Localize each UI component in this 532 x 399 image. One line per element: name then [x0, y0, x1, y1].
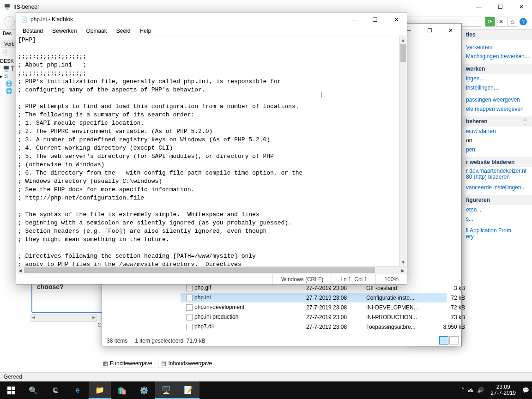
tray-notifications-icon[interactable]: 💬	[522, 387, 529, 393]
status-item-count: 38 items	[107, 338, 127, 344]
notepad-window: 📄 php.ini - Kladblok — ☐ ✕ Bestand Bewer…	[16, 12, 407, 284]
task-view-icon[interactable]: ⧉	[44, 381, 66, 399]
notepad-icon: 📄	[21, 16, 28, 23]
notepad-minimize-button[interactable]: —	[343, 12, 364, 26]
iis-view-tabs: ▦Functieweergave ▤Inhoudsweergave	[100, 358, 215, 369]
tree-desktop[interactable]: DESK	[0, 58, 14, 64]
store-icon[interactable]: 🛍️	[111, 381, 133, 399]
document-icon[interactable]: 📄	[1, 49, 8, 55]
menu-format[interactable]: Opmaak	[82, 27, 110, 35]
notepad-maximize-button[interactable]: ☐	[364, 12, 386, 26]
search-icon[interactable]: 🔍	[22, 381, 44, 399]
chevron-up-icon[interactable]: ˄	[522, 118, 528, 125]
explorer-statusbar: 38 items 1 item geselecteerd 71,9 kB	[102, 335, 461, 346]
list-icon: ▤	[161, 360, 166, 367]
tree-node-1[interactable]: 🖥️ T	[3, 66, 14, 72]
actions-manage-header: beheren˄	[463, 116, 532, 127]
iis-title: IIS-beheer	[13, 4, 39, 10]
iis-actions-pane: ties Verkennen Machtigingen bewerken... …	[463, 30, 532, 372]
nav-back-icon[interactable]: ←	[4, 16, 15, 27]
refresh-icon[interactable]: ⟳	[485, 17, 495, 27]
scroll-right-icon[interactable]: ▶	[399, 266, 407, 274]
iis-statusbar: Gereed	[0, 372, 532, 381]
file-icon	[186, 314, 193, 320]
notepad-text[interactable]: [PHP] ;;;;;;;;;;;;;;;;;;; ; About php.in…	[16, 36, 407, 266]
actions-browse-header: r website bladeren	[463, 157, 532, 167]
file-icon	[186, 304, 193, 311]
actions-header: ties	[463, 30, 532, 40]
home-icon[interactable]: ⌂	[507, 17, 517, 27]
iis-close-button[interactable]: ✕	[511, 0, 532, 14]
iis-maximize-button[interactable]: ☐	[490, 0, 511, 14]
taskbar: 🔍 ⧉ e 📁 🛍️ ⚙️ 🖥️ 📝 ˄ 🖧 🔊 23:0927-7-2019 …	[0, 381, 532, 399]
menu-help[interactable]: Help	[136, 27, 155, 35]
tray-chevron-icon[interactable]: ˄	[461, 387, 464, 393]
action-bindings[interactable]: ingen...	[463, 74, 532, 83]
notepad-menubar: Bestand Bewerken Opmaak Beeld Help	[16, 26, 407, 36]
tree-hscrollbar[interactable]	[30, 314, 97, 322]
hscroll-thumb[interactable]	[24, 267, 375, 273]
iis-file-menu[interactable]: Bes	[3, 30, 12, 36]
action-browse-site[interactable]: r dev.maartendekeizer.nl80 (http) blader…	[463, 167, 532, 181]
edge-icon[interactable]: e	[66, 381, 89, 399]
explorer-maximize[interactable]: ☐	[419, 24, 440, 37]
notepad-title: php.ini - Kladblok	[30, 16, 73, 23]
action-start[interactable]: on	[463, 136, 532, 145]
scroll-up-icon[interactable]: ▲	[399, 36, 407, 44]
tab-content-view[interactable]: ▤Inhoudsweergave	[158, 359, 215, 368]
start-button[interactable]	[0, 381, 22, 399]
notepad-content-area[interactable]: [PHP] ;;;;;;;;;;;;;;;;;;; ; About php.in…	[16, 36, 407, 266]
action-advanced[interactable]: vanceerde instellingen...	[463, 183, 532, 192]
file-icon	[186, 324, 193, 330]
action-permissions[interactable]: Machtigingen bewerken...	[463, 52, 532, 61]
notepad-taskbar-icon[interactable]: 📝	[177, 381, 200, 399]
tree-expand-icon[interactable]: ▸ S	[0, 73, 8, 79]
action-stop[interactable]: pen	[463, 145, 532, 154]
settings-icon[interactable]: ⚙️	[133, 381, 155, 399]
status-position: Ln 1, Col 1	[332, 274, 375, 284]
status-encoding: Windows (CRLF)	[272, 274, 332, 284]
help-icon[interactable]: ?	[518, 17, 528, 27]
table-row[interactable]: php.ini-production27-7-2019 23:08INI-PRO…	[181, 312, 447, 322]
status-selected: 1 item geselecteerd 71,9 kB	[135, 338, 205, 344]
stop-icon[interactable]: ✕	[496, 17, 506, 27]
taskbar-clock[interactable]: 23:0927-7-2019	[488, 384, 519, 396]
table-row[interactable]: php7.dll27-7-2019 23:08Toepassingsuitbre…	[181, 322, 447, 332]
tab-features-view[interactable]: ▦Functieweergave	[100, 359, 155, 368]
action-view-apps[interactable]: passingen weergeven	[463, 95, 532, 104]
text-cursor	[321, 91, 321, 98]
action-explore[interactable]: Verkennen	[463, 42, 532, 52]
explorer-file-list: php.gif27-7-2019 23:08GIF-bestand3 kBphp…	[181, 283, 447, 332]
scroll-down-icon[interactable]: ▼	[399, 258, 407, 266]
notepad-vscrollbar[interactable]: ▲ ▼	[399, 36, 407, 266]
scroll-left-icon[interactable]: ◀	[16, 266, 24, 274]
tray-volume-icon[interactable]: 🔊	[477, 387, 484, 393]
tree-globe-2[interactable]: 🌐	[6, 88, 12, 94]
notepad-hscrollbar[interactable]: ◀ ▶	[16, 266, 407, 274]
tree-globe-1[interactable]: 🌐	[6, 80, 12, 87]
grid-icon: ▦	[103, 360, 108, 367]
table-row[interactable]: php.ini-development27-7-2019 23:08INI-DE…	[181, 302, 447, 312]
action-settings[interactable]: instellingen...	[463, 83, 532, 92]
view-details-icon[interactable]	[439, 336, 448, 345]
view-thumbnails-icon[interactable]	[449, 336, 459, 345]
action-install-app[interactable]: ll Application Fromery	[463, 226, 532, 241]
menu-edit[interactable]: Bewerken	[48, 27, 80, 35]
explorer-close[interactable]: ✕	[440, 24, 461, 37]
action-restart[interactable]: ieuw starten	[463, 127, 532, 136]
menu-view[interactable]: Beeld	[113, 27, 134, 35]
explorer-icon[interactable]: 📁	[89, 381, 111, 399]
notepad-titlebar: 📄 php.ini - Kladblok — ☐ ✕	[16, 12, 407, 26]
iis-minimize-button[interactable]: —	[468, 0, 490, 14]
table-row[interactable]: php.ini27-7-2019 23:08Configuratie-inste…	[181, 293, 447, 302]
action-limits[interactable]: eten...	[463, 205, 532, 214]
action-hsts[interactable]: s...	[463, 214, 532, 224]
notepad-statusbar: Windows (CRLF) Ln 1, Col 1 100%	[16, 274, 407, 284]
tray-network-icon[interactable]: 🖧	[468, 387, 473, 393]
vscroll-thumb[interactable]	[400, 44, 406, 62]
notepad-close-button[interactable]: ✕	[386, 12, 407, 26]
iis-taskbar-icon[interactable]: 🖥️	[155, 381, 177, 399]
action-view-dirs[interactable]: ele mappen weergeven	[463, 104, 532, 114]
table-row[interactable]: php.gif27-7-2019 23:08GIF-bestand3 kB	[181, 283, 447, 293]
menu-file[interactable]: Bestand	[19, 27, 47, 35]
